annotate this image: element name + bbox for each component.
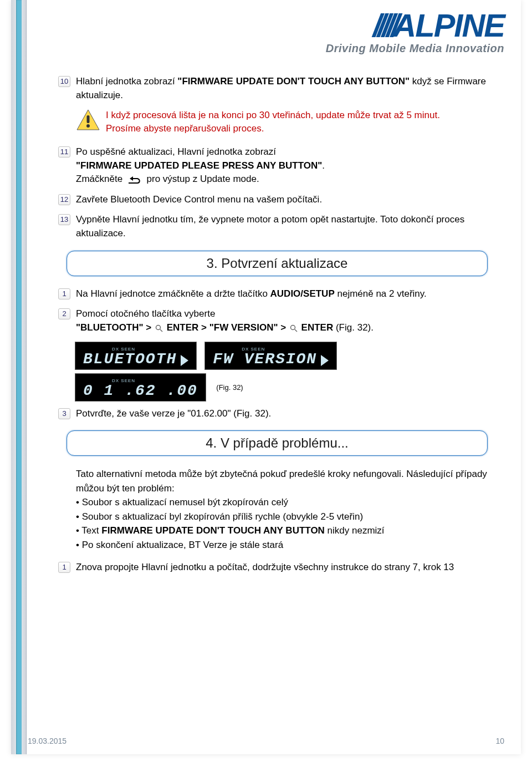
triangle-right-icon (321, 355, 329, 366)
lcd-main-text: 0 1 .62 .00 (83, 382, 198, 399)
bold-text: FIRMWARE UPDATE DON'T TOUCH ANY BUTTON (101, 525, 325, 536)
step-body: Na Hlavní jednotce zmáčkněte a držte tla… (76, 287, 496, 301)
left-margin-bar (11, 0, 27, 754)
section3-step2: 2 Pomocí otočného tlačítka vyberte "BLUE… (58, 307, 496, 334)
bold-text: ENTER (301, 322, 334, 333)
text: • Text (76, 525, 101, 536)
svg-point-1 (86, 124, 90, 128)
escape-arrow-icon (127, 175, 142, 184)
step-body: Znova propojte Hlavní jednotku a počítač… (76, 561, 496, 575)
footer-date: 19.03.2015 (28, 737, 66, 745)
bold-text: AUDIO/SETUP (270, 288, 335, 299)
header-logo: /////ALPINE Driving Mobile Media Innovat… (326, 11, 504, 55)
magnifier-icon (290, 324, 298, 332)
magnifier-icon (155, 324, 163, 332)
bullet: • Soubor s aktualizací byl zkopírován př… (76, 510, 496, 524)
svg-line-3 (160, 329, 162, 332)
step-body: Hlabní jednotka zobrazí "FIRMWARE UPDATE… (76, 75, 496, 102)
section4-step1: 1 Znova propojte Hlavní jednotku a počít… (58, 561, 496, 575)
lcd-main-text: FW VERSION (213, 351, 317, 368)
lcd-display-version: DX SEEN 0 1 .62 .00 (75, 373, 206, 402)
section3-step3: 3 Potvrďte, že vaše verze je "01.62.00" … (58, 407, 496, 421)
step-number: 1 (58, 562, 70, 573)
step-number: 2 (58, 308, 70, 319)
bullet: • Text FIRMWARE UPDATE DON'T TOUCH ANY B… (76, 524, 496, 538)
text: (Fig. 32). (336, 322, 374, 333)
section-4-heading: 4. V případě problému... (66, 430, 488, 456)
step-11: 11 Po uspěšné aktualizaci, Hlavní jednot… (58, 145, 496, 186)
bold-text: "FIRMWARE UPDATE DON'T TOUCH ANY BUTTON" (177, 76, 410, 87)
bold-text: "BLUETOOTH" > (76, 322, 154, 333)
step-number: 3 (58, 408, 70, 419)
brand-name: /////ALPINE (326, 11, 504, 40)
warning-block: I když procesová lišta je na konci po 30… (76, 109, 496, 135)
bold-text: "FIRMWARE UPDATED PLEASE PRESS ANY BUTTO… (76, 160, 322, 171)
warning-text: I když procesová lišta je na konci po 30… (106, 109, 440, 135)
content: 10 Hlabní jednotka zobrazí "FIRMWARE UPD… (58, 75, 496, 581)
footer-page: 10 (495, 737, 504, 745)
lcd-display-bluetooth: DX SEEN BLUETOOTH (75, 342, 197, 370)
step-number: 11 (58, 146, 70, 158)
text: Prosíme abyste nepřarušovali proces. (106, 122, 440, 135)
triangle-right-icon (181, 355, 188, 366)
logo-stripes-icon: ///// (373, 7, 396, 43)
display-row-2: DX SEEN 0 1 .62 .00 (Fig. 32) (75, 373, 496, 402)
text: nikdy nezmizí (325, 525, 385, 536)
section-title: 3. Potvrzení aktualizace (75, 256, 479, 271)
lcd-display-fwversion: DX SEEN FW VERSION (204, 342, 336, 370)
step-body: Po uspěšné aktualizaci, Hlavní jednotka … (76, 145, 496, 186)
page: /////ALPINE Driving Mobile Media Innovat… (11, 0, 521, 754)
step-number: 13 (58, 214, 70, 225)
svg-line-5 (295, 329, 297, 332)
bullet: • Po skončení aktualizace, BT Verze je s… (76, 538, 496, 552)
bullet: • Soubor s aktualizací nemusel být zkopí… (76, 495, 496, 510)
warning-icon (76, 109, 100, 131)
text: Hlabní jednotka zobrazí (76, 76, 177, 87)
step-10: 10 Hlabní jednotka zobrazí "FIRMWARE UPD… (58, 75, 496, 102)
text: Pomocí otočného tlačítka vyberte (76, 307, 496, 321)
svg-rect-0 (87, 115, 90, 123)
step-body: Pomocí otočného tlačítka vyberte "BLUETO… (76, 307, 496, 334)
footer: 19.03.2015 10 (11, 737, 521, 745)
brand-tagline: Driving Mobile Media Innovation (326, 42, 504, 55)
text: Po uspěšné aktualizaci, Hlavní jednotka … (76, 145, 496, 159)
lcd-main-text: BLUETOOTH (83, 351, 177, 368)
figure-label: (Fig. 32) (216, 383, 243, 392)
text: Tato alternativní metoda může být zbyteč… (76, 467, 496, 495)
section-3-heading: 3. Potvrzení aktualizace (66, 251, 488, 276)
step-body: Zavřete Bluetooth Device Control menu na… (76, 193, 496, 207)
section3-step1: 1 Na Hlavní jednotce zmáčkněte a držte t… (58, 287, 496, 301)
text: Na Hlavní jednotce zmáčkněte a držte tla… (76, 288, 270, 299)
step-12: 12 Zavřete Bluetooth Device Control menu… (58, 193, 496, 207)
step-number: 10 (58, 76, 70, 87)
svg-point-4 (290, 325, 295, 329)
text: I když procesová lišta je na konci po 30… (106, 109, 440, 122)
bold-text: ENTER > "FW VERSION" > (167, 322, 289, 333)
section-title: 4. V případě problému... (75, 435, 479, 451)
step-body: Potvrďte, že vaše verze je "01.62.00" (F… (76, 407, 496, 421)
step-number: 1 (58, 288, 70, 299)
text: pro výstup z Update mode. (147, 174, 259, 184)
svg-point-2 (156, 325, 160, 329)
step-body: Vypněte Hlavní jednotku tím, že vypnete … (76, 213, 496, 240)
text: Zmáčkněte (76, 174, 125, 184)
step-13: 13 Vypněte Hlavní jednotku tím, že vypne… (58, 213, 496, 240)
problem-block: Tato alternativní metoda může být zbyteč… (76, 467, 496, 552)
text: nejméně na 2 vteřiny. (335, 288, 427, 299)
step-number: 12 (58, 194, 70, 205)
display-row-1: DX SEEN BLUETOOTH DX SEEN FW VERSION (75, 342, 496, 370)
